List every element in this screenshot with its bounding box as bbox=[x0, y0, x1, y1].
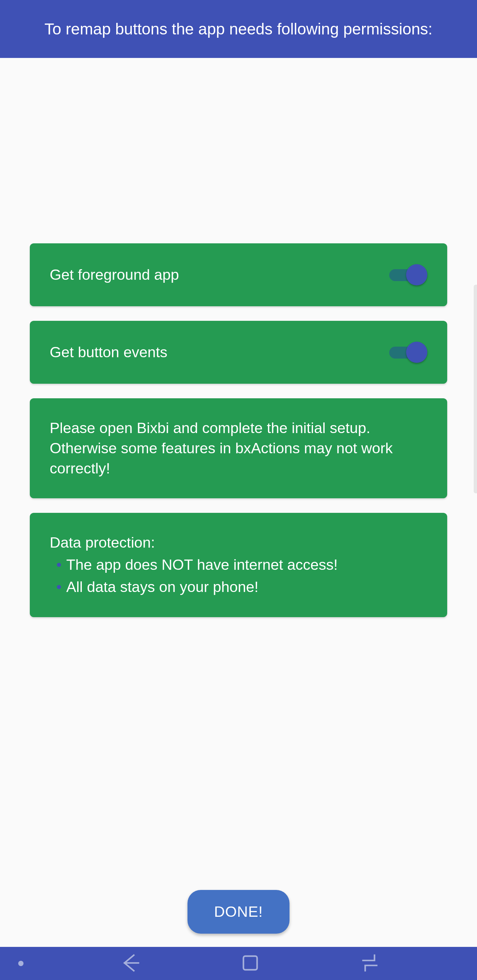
setup-notice-card: Please open Bixbi and complete the initi… bbox=[30, 398, 447, 498]
data-protection-card: Data protection: The app does NOT have i… bbox=[30, 513, 447, 617]
header-title: To remap buttons the app needs following… bbox=[45, 20, 432, 38]
system-navbar bbox=[0, 947, 477, 980]
recents-icon[interactable] bbox=[238, 951, 263, 977]
setup-notice-text: Please open Bixbi and complete the initi… bbox=[50, 420, 392, 477]
scroll-indicator[interactable] bbox=[474, 285, 477, 493]
nav-indicator-dot bbox=[18, 961, 24, 966]
content-area: Get foreground app Get button events Ple… bbox=[0, 58, 477, 617]
permission-label: Get button events bbox=[50, 344, 167, 361]
data-protection-title: Data protection: bbox=[50, 533, 427, 553]
switch-thumb bbox=[406, 342, 427, 363]
permission-toggle-button-events[interactable] bbox=[389, 341, 427, 364]
data-protection-list: The app does NOT have internet access! A… bbox=[50, 555, 427, 597]
switch-apps-icon[interactable] bbox=[357, 951, 382, 977]
permission-label: Get foreground app bbox=[50, 266, 179, 283]
permission-card-button-events[interactable]: Get button events bbox=[30, 321, 447, 384]
done-button[interactable]: DONE! bbox=[187, 890, 290, 934]
list-item: The app does NOT have internet access! bbox=[56, 555, 427, 575]
switch-thumb bbox=[406, 264, 427, 285]
app-header: To remap buttons the app needs following… bbox=[0, 0, 477, 58]
done-button-container: DONE! bbox=[0, 890, 477, 934]
svg-rect-0 bbox=[244, 956, 257, 969]
list-item: All data stays on your phone! bbox=[56, 577, 427, 597]
permission-card-foreground[interactable]: Get foreground app bbox=[30, 243, 447, 306]
back-icon[interactable] bbox=[118, 951, 143, 977]
permission-toggle-foreground[interactable] bbox=[389, 263, 427, 286]
